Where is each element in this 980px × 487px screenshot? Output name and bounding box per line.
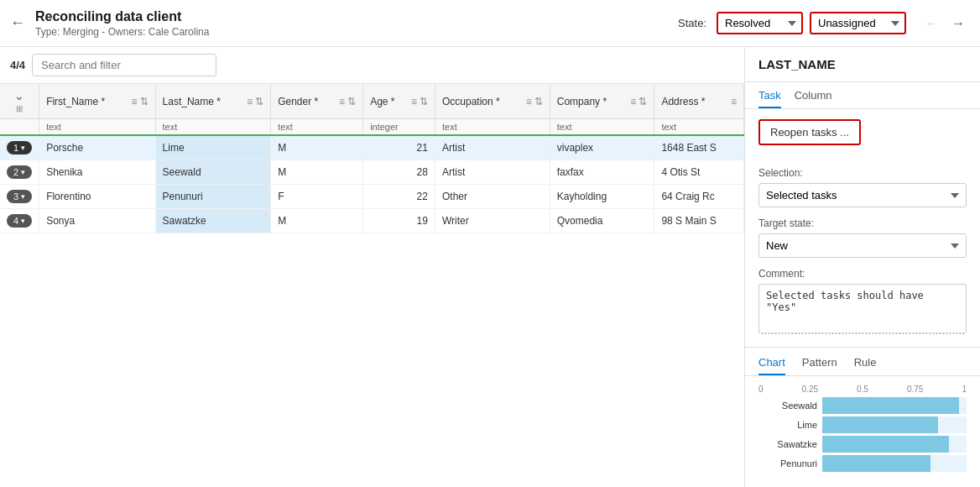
type-gender: text: [271, 119, 363, 136]
assign-dropdown[interactable]: Unassigned Cale Carolina: [810, 12, 906, 34]
cell-occupation: Artist: [435, 135, 550, 160]
target-state-dropdown[interactable]: New In Progress Resolved: [758, 233, 967, 258]
back-button[interactable]: ←: [10, 14, 25, 32]
cell-company: faxfax: [550, 160, 654, 185]
chart-bar-row: Penunuri: [758, 455, 967, 472]
nav-prev-button[interactable]: ←: [920, 14, 943, 33]
app-header: ← Reconciling data client Type: Merging …: [0, 0, 980, 47]
type-company: text: [550, 119, 654, 136]
cell-age: 21: [363, 135, 435, 160]
sort-icon-5[interactable]: ⇅: [534, 96, 543, 107]
row-badge[interactable]: 2 ▾: [7, 165, 32, 179]
selection-dropdown[interactable]: Selected tasks All tasks Current task: [758, 183, 967, 207]
row-badge-cell[interactable]: 4 ▾: [0, 209, 39, 233]
page-subtitle: Type: Merging - Owners: Cale Carolina: [35, 26, 678, 38]
cell-occupation: Artist: [435, 160, 550, 185]
type-check: [0, 119, 39, 136]
target-state-label: Target state:: [758, 217, 967, 229]
cell-first-name: Florentino: [39, 185, 155, 209]
cell-last-name: Sawatzke: [155, 209, 271, 233]
cell-first-name: Porsche: [39, 135, 155, 160]
cell-gender: M: [271, 209, 363, 233]
bottom-tabs: Chart Pattern Rule: [745, 347, 980, 376]
chart-bar-label: Penunuri: [758, 458, 817, 469]
nav-next-button[interactable]: →: [946, 14, 970, 33]
cell-last-name: Seewald: [155, 160, 271, 185]
data-table: ⌄ ⊞ First_Name * ≡ ⇅: [0, 84, 744, 233]
cell-company: Qvomedia: [550, 209, 654, 233]
table-row: 2 ▾ Shenika Seewald M 28 Artist faxfax 4…: [0, 160, 744, 185]
toolbar: 4/4: [0, 47, 744, 84]
tab-rule[interactable]: Rule: [854, 356, 877, 375]
tab-task[interactable]: Task: [758, 89, 781, 108]
row-badge[interactable]: 3 ▾: [7, 190, 32, 203]
state-dropdown[interactable]: Resolved New In Progress: [717, 12, 803, 34]
type-age: integer: [363, 119, 435, 136]
cell-address: 4 Otis St: [654, 160, 744, 185]
chart-bar-bg: [822, 416, 967, 433]
filter-icon-6[interactable]: ≡: [630, 96, 636, 107]
nav-arrows: ← →: [920, 14, 970, 33]
cell-gender: M: [271, 135, 363, 160]
row-badge[interactable]: 4 ▾: [7, 214, 32, 228]
filter-icon-5[interactable]: ≡: [526, 96, 532, 107]
chart-bar-row: Lime: [758, 416, 967, 433]
chart-bar-fill: [822, 397, 959, 414]
chart-bar-label: Lime: [758, 420, 817, 430]
record-count: 4/4: [10, 59, 25, 71]
chart-bar-fill: [822, 416, 938, 433]
reopen-tasks-button[interactable]: Reopen tasks ...: [758, 119, 861, 145]
th-gender: Gender * ≡ ⇅: [271, 84, 363, 119]
panel-tabs: Task Column: [745, 82, 980, 109]
table-body: 1 ▾ Porsche Lime M 21 Artist vivaplex 16…: [0, 135, 744, 233]
chart-axis: 0 0.25 0.5 0.75 1: [758, 385, 967, 394]
cell-age: 19: [363, 209, 435, 233]
chart-bar-fill: [822, 436, 949, 453]
chart-bar-row: Seewald: [758, 397, 967, 414]
search-input[interactable]: [32, 54, 216, 76]
tab-column[interactable]: Column: [795, 89, 832, 108]
cell-age: 22: [363, 185, 435, 209]
state-label: State:: [678, 17, 706, 29]
chart-bar-bg: [822, 397, 967, 414]
cell-last-name: Lime: [155, 135, 271, 160]
header-title-block: Reconciling data client Type: Merging - …: [35, 9, 678, 38]
chart-bar-label: Sawatzke: [758, 439, 817, 449]
row-badge-cell[interactable]: 2 ▾: [0, 160, 39, 185]
cell-gender: M: [271, 160, 363, 185]
cell-gender: F: [271, 185, 363, 209]
tab-pattern[interactable]: Pattern: [802, 356, 837, 375]
filter-icon[interactable]: ≡: [132, 96, 138, 107]
left-panel: 4/4 ⌄ ⊞: [0, 47, 745, 487]
filter-icon-7[interactable]: ≡: [731, 96, 737, 107]
cell-address: 98 S Main S: [654, 209, 744, 233]
cell-company: vivaplex: [550, 135, 654, 160]
cell-occupation: Other: [435, 185, 550, 209]
tab-chart[interactable]: Chart: [758, 356, 785, 375]
row-badge-cell[interactable]: 3 ▾: [0, 185, 39, 209]
row-badge-cell[interactable]: 1 ▾: [0, 135, 39, 160]
sort-icon-2[interactable]: ⇅: [255, 96, 263, 107]
filter-icon-4[interactable]: ≡: [411, 96, 417, 107]
sort-icon-3[interactable]: ⇅: [347, 96, 356, 107]
cell-address: 64 Craig Rc: [654, 185, 744, 209]
filter-icon-2[interactable]: ≡: [247, 96, 253, 107]
cell-last-name: Penunuri: [155, 185, 271, 209]
chart-area: 0 0.25 0.5 0.75 1 Seewald Lime Sawatzke: [745, 376, 980, 487]
sort-icon-6[interactable]: ⇅: [639, 96, 647, 107]
cell-first-name: Shenika: [39, 160, 155, 185]
chart-bar-row: Sawatzke: [758, 436, 967, 453]
sort-icon-4[interactable]: ⇅: [420, 96, 428, 107]
th-first-name: First_Name * ≡ ⇅: [39, 84, 155, 119]
chart-bar-fill: [822, 455, 930, 472]
comment-textarea[interactable]: Selected tasks should have "Yes": [758, 284, 967, 334]
sort-icon[interactable]: ⇅: [140, 96, 149, 107]
filter-icon-3[interactable]: ≡: [339, 96, 345, 107]
th-age: Age * ≡ ⇅: [363, 84, 435, 119]
row-badge[interactable]: 1 ▾: [7, 141, 32, 154]
cell-occupation: Writer: [435, 209, 550, 233]
type-last-name: text: [155, 119, 271, 136]
column-header-row: ⌄ ⊞ First_Name * ≡ ⇅: [0, 84, 744, 119]
main-area: 4/4 ⌄ ⊞: [0, 47, 980, 487]
cell-age: 28: [363, 160, 435, 185]
